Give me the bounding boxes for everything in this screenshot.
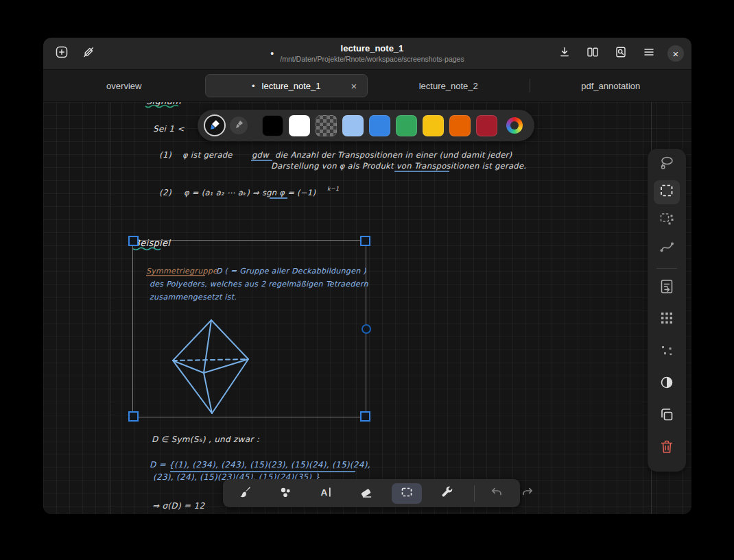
lasso-selector-button[interactable] [654, 152, 680, 176]
titlebar: • lecture_note_1 /mnt/Daten/Projekte/Rno… [43, 38, 691, 70]
handwritten-note: (1) [159, 150, 171, 160]
handwritten-note: φ = (a₁ a₂ ⋯ aₖ) ⇒ sgn φ = (−1) [184, 188, 316, 197]
color-swatch-yellow[interactable] [423, 115, 444, 136]
drawing-canvas[interactable]: SignumSei 1 <(1)φ ist geradegdwdie Anzah… [43, 102, 691, 514]
handwritten-note: (2) [159, 188, 171, 197]
selection-handle-bottom-left[interactable] [128, 411, 139, 422]
brush-pen-icon [238, 485, 252, 502]
save-export-button[interactable] [555, 44, 574, 63]
invert-selection-colors-button[interactable] [654, 372, 680, 396]
handwritten-note: k−1 [327, 186, 339, 192]
page-preview-button[interactable] [611, 44, 630, 63]
titlebar-right-controls: × [555, 38, 684, 69]
close-icon: × [673, 49, 679, 59]
select-all-button[interactable] [654, 308, 680, 332]
svg-text:A: A [321, 487, 328, 498]
unsaved-changes-dot: • [270, 48, 274, 59]
typewriter-icon: A [319, 485, 333, 502]
window-close-button[interactable]: × [667, 45, 684, 62]
tab-close-button[interactable]: × [347, 79, 361, 93]
eraser-icon [359, 485, 373, 502]
path-curve-icon [659, 239, 675, 258]
add-tab-icon [56, 46, 68, 61]
tab-label: pdf_annotation [581, 81, 640, 91]
toolbar-divider [474, 485, 475, 502]
tab-overview[interactable]: overview [43, 70, 205, 101]
panel-divider [656, 268, 677, 269]
tab-bar: overview • lecture_note_1 × lecture_note… [43, 70, 691, 102]
deselect-all-button[interactable] [654, 340, 680, 364]
duplicate-selection-button[interactable] [654, 404, 680, 428]
split-view-button[interactable] [583, 44, 602, 63]
pens-toolbar: A [223, 479, 520, 507]
brush-icon [234, 119, 244, 132]
document-path: /mnt/Daten/Projekte/Rnote/workspace/scre… [280, 55, 464, 64]
shaper-tool-button[interactable] [270, 483, 300, 504]
stroke-color-button[interactable] [204, 114, 226, 136]
color-swatch-blue[interactable] [369, 115, 390, 136]
color-swatch-orange[interactable] [449, 115, 471, 136]
page-preview-icon [615, 46, 627, 61]
marker-pen-icon [209, 119, 221, 133]
pen-disabled-icon [82, 46, 95, 61]
trash-icon [659, 439, 675, 458]
color-toolbar [198, 110, 534, 141]
new-tab-button[interactable] [52, 44, 71, 63]
handwritten-note: gdw [252, 150, 270, 160]
handwritten-note: D = {(1), (234), (243), (15)(23), (15)(2… [150, 460, 370, 470]
delete-selection-button[interactable] [654, 436, 680, 460]
redo-icon [521, 485, 534, 502]
download-icon [558, 46, 571, 61]
color-swatch-transparent[interactable] [316, 115, 337, 136]
selector-dashed-rect-icon [400, 485, 414, 502]
selection-rotate-handle[interactable] [362, 324, 371, 334]
import-page-icon [659, 278, 675, 297]
main-menu-button[interactable] [639, 44, 659, 63]
tab-lecture-note-2[interactable]: lecture_note_2 [368, 70, 530, 101]
selection-handle-top-left[interactable] [128, 236, 139, 246]
handwritten-note: die Anzahl der Transpositionen in einer … [275, 150, 512, 160]
color-swatch-red[interactable] [476, 115, 497, 136]
tab-label: overview [106, 81, 141, 91]
selection-handle-bottom-right[interactable] [360, 411, 370, 422]
selection-tool-panel [648, 149, 686, 472]
color-swatch-black[interactable] [262, 115, 283, 136]
rectangle-selector-button[interactable] [654, 180, 680, 204]
color-wheel-button[interactable] [506, 117, 523, 134]
invert-contrast-icon [659, 374, 675, 393]
handwritten-note: φ ist gerade [182, 150, 233, 160]
handwritten-note: ⇒ σ(D) = 12 [152, 501, 205, 511]
tab-lecture-note-1[interactable]: • lecture_note_1 × [205, 74, 368, 97]
tools-tool-button[interactable] [432, 483, 462, 504]
tab-label: lecture_note_1 [262, 81, 321, 91]
rnote-window: • lecture_note_1 /mnt/Daten/Projekte/Rno… [43, 38, 691, 514]
handwritten-note: D ∈ Sym(S₅) , und zwar : [152, 435, 260, 444]
undo-button[interactable] [486, 483, 507, 504]
import-selection-button[interactable] [654, 276, 680, 300]
lasso-icon [659, 154, 675, 173]
eraser-tool-button[interactable] [351, 483, 381, 504]
selection-handle-top-right[interactable] [360, 236, 370, 246]
tab-modified-dot: • [252, 81, 255, 91]
color-swatch-green[interactable] [396, 115, 417, 136]
duplicate-icon [659, 406, 675, 426]
hamburger-menu-icon [643, 46, 655, 61]
brush-tool-button[interactable] [230, 483, 260, 504]
split-view-icon [587, 46, 599, 61]
color-swatch-light-blue[interactable] [342, 115, 364, 136]
pen-lock-toggle-button[interactable] [79, 44, 98, 63]
selection-box[interactable] [132, 240, 366, 417]
single-stroke-selector-button[interactable] [654, 208, 680, 232]
handwritten-note: Sei 1 < [153, 124, 185, 134]
color-swatch-row [262, 115, 497, 136]
color-swatch-white[interactable] [289, 115, 310, 136]
tab-label: lecture_note_2 [419, 81, 478, 91]
document-title: lecture_note_1 [341, 43, 404, 54]
intersecting-path-selector-button[interactable] [654, 236, 680, 260]
fill-color-button[interactable] [230, 117, 248, 134]
selector-tool-button[interactable] [392, 483, 422, 504]
tab-pdf-annotation[interactable]: pdf_annotation [530, 70, 692, 101]
typewriter-tool-button[interactable]: A [311, 483, 341, 504]
redo-button[interactable] [517, 483, 538, 504]
stroke-dots-icon [659, 210, 675, 230]
